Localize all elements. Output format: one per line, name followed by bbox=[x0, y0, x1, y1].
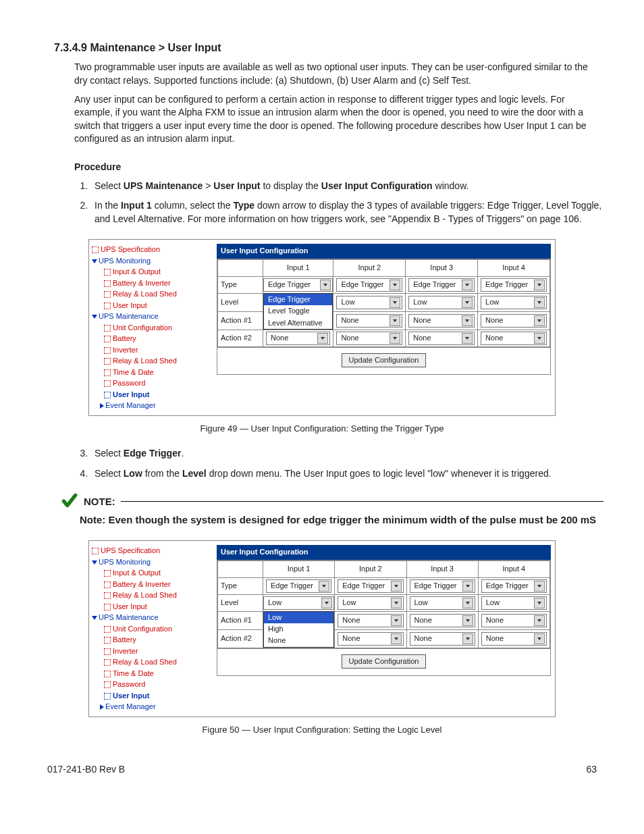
dropdown-arrow-icon bbox=[462, 297, 473, 308]
tree-ups-spec[interactable]: UPS Specification bbox=[92, 545, 210, 556]
tree-ups-spec[interactable]: UPS Specification bbox=[92, 244, 210, 255]
level-dropdown-input4[interactable]: Low bbox=[481, 596, 547, 610]
action1-dropdown-input4[interactable]: None bbox=[481, 614, 547, 627]
option-level-toggle[interactable]: Level Toggle bbox=[264, 305, 332, 317]
tree-battery[interactable]: Battery bbox=[92, 333, 210, 344]
action1-dropdown-input3[interactable]: None bbox=[408, 314, 475, 328]
note-body: Note: Even though the system is designed… bbox=[80, 513, 603, 527]
tree-user-input[interactable]: User Input bbox=[92, 300, 210, 311]
type-dropdown-input2[interactable]: Edge Trigger bbox=[338, 579, 403, 593]
action2-dropdown-input2[interactable]: None bbox=[336, 332, 402, 345]
tree-time-date[interactable]: Time & Date bbox=[92, 367, 210, 378]
level-dropdown-input3[interactable]: Low bbox=[410, 596, 475, 610]
dropdown-arrow-icon bbox=[462, 615, 473, 626]
tree-battery[interactable]: Battery bbox=[92, 634, 210, 646]
dropdown-arrow-icon bbox=[391, 598, 402, 608]
dropdown-arrow-icon bbox=[534, 633, 545, 644]
tree-relay-loadshed[interactable]: Relay & Load Shed bbox=[92, 288, 210, 300]
config-table-2: Input 1 Input 2 Input 3 Input 4 Type Edg… bbox=[217, 561, 550, 648]
tree-relay-loadshed-2[interactable]: Relay & Load Shed bbox=[92, 656, 210, 668]
type-dropdown-input2[interactable]: Edge Trigger bbox=[336, 278, 402, 292]
level-dropdown-input1[interactable]: Low bbox=[263, 596, 334, 610]
tree-ups-maintenance[interactable]: UPS Maintenance bbox=[92, 612, 210, 623]
dropdown-arrow-icon bbox=[534, 615, 545, 626]
action2-dropdown-input4[interactable]: None bbox=[481, 632, 547, 646]
action1-dropdown-input4[interactable]: None bbox=[481, 314, 547, 328]
col-input-3: Input 3 bbox=[406, 259, 478, 276]
option-low[interactable]: Low bbox=[264, 612, 333, 623]
update-config-button[interactable]: Update Configuration bbox=[342, 654, 427, 669]
tree-battery-inverter[interactable]: Battery & Inverter bbox=[92, 579, 210, 590]
tree-event-manager[interactable]: Event Manager bbox=[92, 400, 210, 411]
panel-title: User Input Configuration bbox=[217, 244, 551, 258]
tree-user-input[interactable]: User Input bbox=[92, 601, 210, 613]
row-action2-label: Action #2 bbox=[218, 629, 263, 648]
config-panel-2: User Input Configuration Input 1 Input 2… bbox=[213, 541, 555, 716]
dropdown-arrow-icon bbox=[390, 333, 400, 344]
dropdown-arrow-icon bbox=[534, 598, 545, 608]
paragraph-2: Any user input can be configured to perf… bbox=[74, 93, 603, 146]
option-high[interactable]: High bbox=[264, 623, 333, 635]
row-level-label: Level bbox=[218, 293, 263, 311]
tree-password[interactable]: Password bbox=[92, 377, 210, 389]
tree-event-manager[interactable]: Event Manager bbox=[92, 701, 210, 712]
type-options-list[interactable]: Edge Trigger Level Toggle Level Alternat… bbox=[263, 293, 333, 330]
tree-user-input-2[interactable]: User Input bbox=[92, 389, 210, 400]
tree-unit-config[interactable]: Unit Configuration bbox=[92, 623, 210, 635]
action2-dropdown-input3[interactable]: None bbox=[408, 332, 475, 345]
figure-50-screenshot: UPS Specification UPS Monitoring Input &… bbox=[88, 540, 556, 717]
type-dropdown-input3[interactable]: Edge Trigger bbox=[408, 278, 475, 292]
type-dropdown-input1[interactable]: Edge Trigger bbox=[266, 579, 331, 593]
col-input-4: Input 4 bbox=[478, 561, 549, 577]
action2-dropdown-input3[interactable]: None bbox=[410, 632, 475, 646]
option-level-alternative[interactable]: Level Alternative bbox=[264, 317, 332, 329]
tree-ups-maintenance[interactable]: UPS Maintenance bbox=[92, 311, 210, 322]
level-dropdown-input2[interactable]: Low bbox=[338, 596, 403, 610]
type-dropdown-input4[interactable]: Edge Trigger bbox=[481, 278, 547, 292]
dropdown-arrow-icon bbox=[534, 333, 545, 344]
tree-input-output[interactable]: Input & Output bbox=[92, 567, 210, 579]
dropdown-arrow-icon bbox=[462, 333, 473, 344]
action1-dropdown-input3[interactable]: None bbox=[410, 614, 475, 627]
option-none[interactable]: None bbox=[264, 635, 333, 646]
footer-page-number: 63 bbox=[586, 763, 597, 777]
tree-time-date[interactable]: Time & Date bbox=[92, 668, 210, 679]
col-input-3: Input 3 bbox=[406, 561, 478, 577]
action1-dropdown-input2[interactable]: None bbox=[338, 614, 403, 627]
level-dropdown-input2[interactable]: Low bbox=[336, 296, 402, 309]
level-dropdown-input4[interactable]: Low bbox=[481, 296, 547, 309]
col-input-4: Input 4 bbox=[478, 259, 550, 276]
dropdown-arrow-icon bbox=[390, 297, 400, 308]
action2-dropdown-input1[interactable]: None bbox=[266, 332, 330, 345]
level-options-list[interactable]: Low High None bbox=[263, 611, 334, 648]
tree-user-input-2[interactable]: User Input bbox=[92, 690, 210, 702]
level-dropdown-input3[interactable]: Low bbox=[408, 296, 475, 309]
type-dropdown-input1[interactable]: Edge Trigger bbox=[263, 278, 333, 292]
tree-inverter[interactable]: Inverter bbox=[92, 646, 210, 657]
figure-49-caption: Figure 49 — User Input Configuration: Se… bbox=[41, 423, 603, 435]
type-dropdown-input3[interactable]: Edge Trigger bbox=[410, 579, 475, 593]
procedure-heading: Procedure bbox=[74, 161, 603, 174]
dropdown-arrow-icon bbox=[390, 280, 400, 290]
tree-ups-monitoring[interactable]: UPS Monitoring bbox=[92, 255, 210, 267]
tree-battery-inverter[interactable]: Battery & Inverter bbox=[92, 278, 210, 289]
tree-ups-monitoring[interactable]: UPS Monitoring bbox=[92, 556, 210, 568]
note-block: NOTE: Note: Even though the system is de… bbox=[61, 492, 603, 527]
dropdown-arrow-icon bbox=[320, 280, 331, 290]
action1-dropdown-input2[interactable]: None bbox=[336, 314, 402, 328]
action2-dropdown-input2[interactable]: None bbox=[338, 632, 403, 646]
tree-relay-loadshed[interactable]: Relay & Load Shed bbox=[92, 590, 210, 601]
dropdown-arrow-icon bbox=[462, 633, 473, 644]
action2-dropdown-input4[interactable]: None bbox=[481, 332, 547, 345]
tree-password[interactable]: Password bbox=[92, 679, 210, 690]
dropdown-arrow-icon bbox=[462, 280, 473, 290]
option-edge-trigger[interactable]: Edge Trigger bbox=[264, 294, 332, 305]
tree-input-output[interactable]: Input & Output bbox=[92, 266, 210, 278]
tree-unit-config[interactable]: Unit Configuration bbox=[92, 322, 210, 334]
row-type-label: Type bbox=[218, 577, 263, 594]
tree-inverter[interactable]: Inverter bbox=[92, 344, 210, 356]
update-config-button[interactable]: Update Configuration bbox=[342, 353, 427, 367]
tree-relay-loadshed-2[interactable]: Relay & Load Shed bbox=[92, 355, 210, 367]
row-action1-label: Action #1 bbox=[218, 611, 263, 629]
type-dropdown-input4[interactable]: Edge Trigger bbox=[481, 579, 547, 593]
